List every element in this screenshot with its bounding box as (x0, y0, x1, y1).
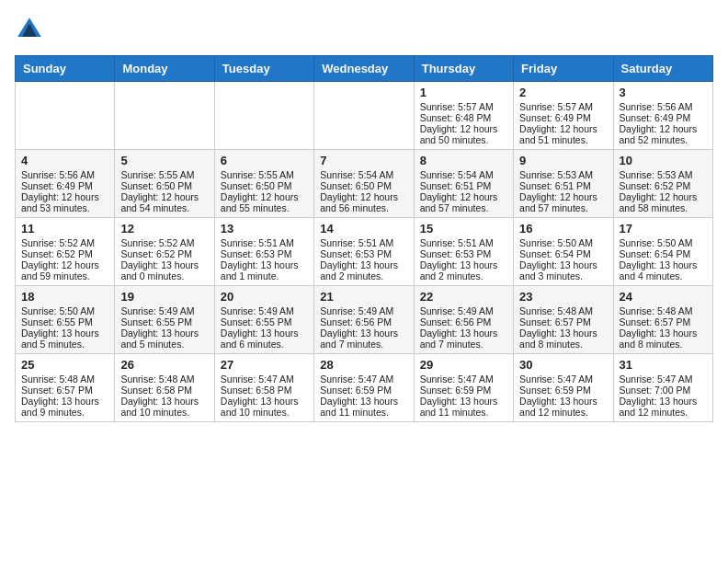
logo (15, 15, 48, 44)
sunrise-text: Sunrise: 5:47 AM (620, 373, 707, 385)
calendar-cell: 19Sunrise: 5:49 AMSunset: 6:55 PMDayligh… (115, 286, 214, 354)
calendar-cell: 31Sunrise: 5:47 AMSunset: 7:00 PMDayligh… (613, 354, 712, 422)
sunset-text: Sunset: 7:00 PM (620, 385, 707, 396)
calendar-cell (314, 82, 414, 150)
sunset-text: Sunset: 6:49 PM (519, 112, 607, 123)
day-number: 4 (21, 154, 108, 167)
day-number: 16 (519, 222, 607, 236)
calendar-cell: 16Sunrise: 5:50 AMSunset: 6:54 PMDayligh… (514, 218, 613, 286)
calendar-week-2: 4Sunrise: 5:56 AMSunset: 6:49 PMDaylight… (16, 150, 713, 218)
sunrise-text: Sunrise: 5:49 AM (420, 305, 507, 316)
daylight-text: Daylight: 12 hours and 52 minutes. (620, 123, 707, 145)
day-number: 15 (420, 222, 507, 236)
daylight-text: Daylight: 13 hours and 5 minutes. (120, 327, 208, 350)
sunset-text: Sunset: 6:51 PM (519, 180, 607, 191)
day-number: 30 (519, 358, 607, 372)
calendar-cell: 12Sunrise: 5:52 AMSunset: 6:52 PMDayligh… (115, 218, 214, 286)
sunrise-text: Sunrise: 5:49 AM (221, 305, 308, 316)
sunrise-text: Sunrise: 5:49 AM (320, 305, 407, 316)
calendar-cell: 29Sunrise: 5:47 AMSunset: 6:59 PMDayligh… (414, 354, 513, 422)
calendar-cell: 27Sunrise: 5:47 AMSunset: 6:58 PMDayligh… (214, 354, 313, 422)
weekday-header-friday: Friday (514, 56, 613, 82)
daylight-text: Daylight: 13 hours and 2 minutes. (420, 259, 507, 282)
daylight-text: Daylight: 13 hours and 2 minutes. (320, 259, 407, 282)
day-number: 8 (420, 154, 507, 167)
day-number: 13 (221, 222, 308, 236)
sunrise-text: Sunrise: 5:52 AM (21, 237, 108, 248)
sunset-text: Sunset: 6:57 PM (620, 316, 707, 327)
sunrise-text: Sunrise: 5:51 AM (221, 237, 308, 248)
daylight-text: Daylight: 12 hours and 51 minutes. (519, 123, 607, 145)
sunset-text: Sunset: 6:59 PM (519, 385, 607, 396)
sunset-text: Sunset: 6:59 PM (320, 385, 407, 396)
daylight-text: Daylight: 13 hours and 11 minutes. (420, 396, 507, 418)
sunrise-text: Sunrise: 5:50 AM (519, 237, 607, 248)
day-number: 31 (620, 358, 707, 372)
sunrise-text: Sunrise: 5:51 AM (420, 237, 507, 248)
daylight-text: Daylight: 12 hours and 57 minutes. (519, 191, 607, 213)
sunrise-text: Sunrise: 5:54 AM (420, 169, 507, 180)
calendar-table: SundayMondayTuesdayWednesdayThursdayFrid… (15, 55, 713, 422)
calendar-cell: 10Sunrise: 5:53 AMSunset: 6:52 PMDayligh… (613, 150, 712, 218)
day-number: 5 (120, 154, 208, 167)
logo-icon (15, 15, 44, 44)
sunrise-text: Sunrise: 5:51 AM (320, 237, 407, 248)
day-number: 29 (420, 358, 507, 372)
sunrise-text: Sunrise: 5:47 AM (221, 373, 308, 385)
daylight-text: Daylight: 13 hours and 7 minutes. (320, 327, 407, 350)
sunset-text: Sunset: 6:52 PM (120, 248, 208, 259)
calendar-cell: 2Sunrise: 5:57 AMSunset: 6:49 PMDaylight… (514, 82, 613, 150)
day-number: 27 (221, 358, 308, 372)
sunrise-text: Sunrise: 5:50 AM (21, 305, 108, 316)
sunset-text: Sunset: 6:57 PM (21, 385, 108, 396)
daylight-text: Daylight: 12 hours and 59 minutes. (21, 259, 108, 282)
sunrise-text: Sunrise: 5:57 AM (519, 101, 607, 112)
sunset-text: Sunset: 6:52 PM (21, 248, 108, 259)
calendar-cell: 25Sunrise: 5:48 AMSunset: 6:57 PMDayligh… (16, 354, 115, 422)
day-number: 9 (519, 154, 607, 167)
calendar-cell: 7Sunrise: 5:54 AMSunset: 6:50 PMDaylight… (314, 150, 414, 218)
daylight-text: Daylight: 13 hours and 4 minutes. (620, 259, 707, 282)
day-number: 22 (420, 290, 507, 304)
calendar-cell: 11Sunrise: 5:52 AMSunset: 6:52 PMDayligh… (16, 218, 115, 286)
calendar-cell (16, 82, 115, 150)
daylight-text: Daylight: 12 hours and 55 minutes. (221, 191, 308, 213)
weekday-header-sunday: Sunday (16, 56, 115, 82)
weekday-header-row: SundayMondayTuesdayWednesdayThursdayFrid… (16, 56, 713, 82)
day-number: 18 (21, 290, 108, 304)
calendar-cell: 20Sunrise: 5:49 AMSunset: 6:55 PMDayligh… (214, 286, 313, 354)
calendar-cell: 30Sunrise: 5:47 AMSunset: 6:59 PMDayligh… (514, 354, 613, 422)
calendar-cell: 28Sunrise: 5:47 AMSunset: 6:59 PMDayligh… (314, 354, 414, 422)
daylight-text: Daylight: 12 hours and 58 minutes. (620, 191, 707, 213)
day-number: 26 (120, 358, 208, 372)
calendar-week-1: 1Sunrise: 5:57 AMSunset: 6:48 PMDaylight… (16, 82, 713, 150)
sunrise-text: Sunrise: 5:48 AM (120, 373, 208, 385)
calendar-cell: 8Sunrise: 5:54 AMSunset: 6:51 PMDaylight… (414, 150, 513, 218)
calendar-cell: 23Sunrise: 5:48 AMSunset: 6:57 PMDayligh… (514, 286, 613, 354)
calendar-cell: 24Sunrise: 5:48 AMSunset: 6:57 PMDayligh… (613, 286, 712, 354)
sunrise-text: Sunrise: 5:48 AM (21, 373, 108, 385)
page-header (15, 15, 713, 44)
day-number: 14 (320, 222, 407, 236)
calendar-cell: 5Sunrise: 5:55 AMSunset: 6:50 PMDaylight… (115, 150, 214, 218)
sunset-text: Sunset: 6:53 PM (420, 248, 507, 259)
sunrise-text: Sunrise: 5:55 AM (120, 169, 208, 180)
calendar-cell (214, 82, 313, 150)
day-number: 2 (519, 86, 607, 99)
sunrise-text: Sunrise: 5:56 AM (620, 101, 707, 112)
sunrise-text: Sunrise: 5:57 AM (420, 101, 507, 112)
day-number: 25 (21, 358, 108, 372)
daylight-text: Daylight: 12 hours and 50 minutes. (420, 123, 507, 145)
sunset-text: Sunset: 6:49 PM (21, 180, 108, 191)
calendar-cell: 1Sunrise: 5:57 AMSunset: 6:48 PMDaylight… (414, 82, 513, 150)
calendar-cell: 22Sunrise: 5:49 AMSunset: 6:56 PMDayligh… (414, 286, 513, 354)
day-number: 1 (420, 86, 507, 99)
calendar-cell: 4Sunrise: 5:56 AMSunset: 6:49 PMDaylight… (16, 150, 115, 218)
daylight-text: Daylight: 12 hours and 57 minutes. (420, 191, 507, 213)
calendar-week-3: 11Sunrise: 5:52 AMSunset: 6:52 PMDayligh… (16, 218, 713, 286)
sunrise-text: Sunrise: 5:53 AM (620, 169, 707, 180)
sunrise-text: Sunrise: 5:48 AM (519, 305, 607, 316)
day-number: 23 (519, 290, 607, 304)
weekday-header-saturday: Saturday (613, 56, 712, 82)
sunset-text: Sunset: 6:55 PM (120, 316, 208, 327)
